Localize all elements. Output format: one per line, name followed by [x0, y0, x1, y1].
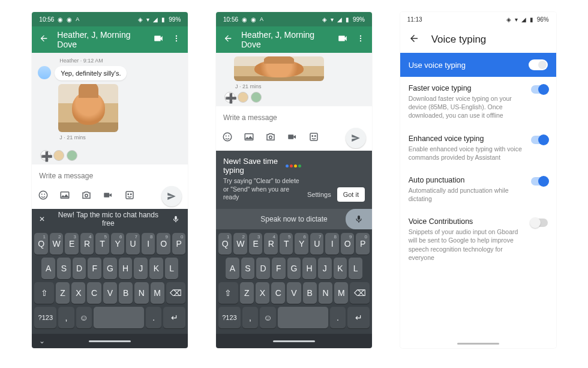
key[interactable]: G — [103, 258, 117, 279]
key[interactable]: U7 — [126, 233, 140, 255]
numbers-key[interactable]: ?123 — [218, 307, 241, 328]
chip-avatar-2[interactable] — [67, 150, 77, 161]
image-message[interactable] — [58, 84, 118, 132]
shift-key[interactable]: ⇧ — [218, 282, 238, 304]
compose-input[interactable]: Write a message — [222, 111, 366, 128]
chip-avatar-1[interactable] — [53, 150, 64, 161]
chip-avatar-2[interactable] — [251, 92, 262, 103]
chip-icon[interactable]: ➕ — [40, 150, 51, 161]
key[interactable]: X — [71, 282, 85, 304]
chat-body[interactable]: J · 21 mins ➕ — [216, 53, 372, 106]
toggle[interactable] — [531, 219, 548, 227]
banner-settings-link[interactable]: Settings — [307, 191, 331, 198]
reaction-chips[interactable]: ➕ — [40, 150, 182, 161]
gallery-icon[interactable] — [244, 131, 254, 145]
key[interactable]: K — [334, 258, 347, 279]
key[interactable]: Q1 — [34, 233, 48, 255]
toggle[interactable] — [531, 136, 548, 144]
key[interactable]: O9 — [341, 233, 355, 255]
toggle[interactable] — [531, 177, 548, 186]
enter-key[interactable]: ↵ — [347, 307, 370, 328]
close-icon[interactable]: ✕ — [32, 215, 52, 223]
key[interactable]: P0 — [356, 233, 370, 255]
key[interactable]: M — [334, 282, 348, 304]
emoji-icon[interactable] — [222, 131, 233, 145]
back-icon[interactable] — [409, 33, 419, 47]
period-key[interactable]: . — [146, 307, 161, 328]
space-key[interactable] — [278, 307, 328, 328]
key[interactable]: Z — [240, 282, 254, 304]
key[interactable]: T5 — [280, 233, 293, 255]
key[interactable]: I8 — [142, 233, 155, 255]
key[interactable]: L — [165, 258, 179, 279]
key[interactable]: T5 — [95, 233, 109, 255]
key[interactable]: Q1 — [218, 233, 232, 255]
key[interactable]: B — [119, 282, 133, 304]
sticker-icon[interactable] — [124, 190, 135, 203]
image-message[interactable] — [234, 56, 324, 81]
avatar[interactable] — [38, 66, 51, 79]
mic-button-active[interactable] — [346, 209, 372, 229]
key[interactable]: C — [271, 282, 285, 304]
key[interactable]: B — [303, 282, 317, 304]
chat-title[interactable]: Heather, J, Morning Dove — [241, 30, 329, 49]
nav-chevron-down-icon[interactable]: ⌄ — [39, 337, 45, 345]
reaction-chips[interactable]: ➕ — [224, 92, 366, 103]
key[interactable]: U7 — [310, 233, 324, 255]
key[interactable]: F — [88, 258, 101, 279]
home-indicator[interactable] — [89, 340, 131, 342]
chip-icon[interactable]: ➕ — [224, 92, 235, 103]
setting-row[interactable]: Auto punctuationAutomatically add punctu… — [400, 169, 556, 210]
key[interactable]: R4 — [80, 233, 94, 255]
key[interactable]: D — [73, 258, 86, 279]
key[interactable]: G — [287, 258, 301, 279]
back-icon[interactable] — [223, 34, 233, 46]
toggle-use-voice[interactable] — [529, 59, 548, 70]
key[interactable]: N — [319, 282, 332, 304]
key[interactable]: V — [103, 282, 117, 304]
key[interactable]: A — [226, 258, 239, 279]
key[interactable]: O9 — [157, 233, 170, 255]
send-button[interactable] — [346, 128, 366, 148]
key[interactable]: I8 — [325, 233, 339, 255]
emoji-key[interactable]: ☺ — [76, 307, 92, 328]
chat-title[interactable]: Heather, J, Morning Dove — [57, 30, 145, 49]
key[interactable]: K — [149, 258, 163, 279]
setting-row[interactable]: Faster voice typingDownload faster voice… — [400, 77, 556, 127]
backspace-key[interactable]: ⌫ — [166, 282, 186, 304]
key[interactable]: W2 — [50, 233, 64, 255]
backspace-key[interactable]: ⌫ — [350, 282, 370, 304]
shift-key[interactable]: ⇧ — [34, 282, 54, 304]
key[interactable]: L — [349, 258, 362, 279]
comma-key[interactable]: , — [58, 307, 74, 328]
video-icon[interactable] — [287, 131, 298, 145]
video-icon[interactable] — [103, 190, 113, 203]
key[interactable]: R4 — [264, 233, 278, 255]
space-key[interactable] — [94, 307, 144, 328]
key[interactable]: H — [119, 258, 133, 279]
compose-input[interactable]: Write a message — [38, 169, 182, 186]
key[interactable]: M — [151, 282, 164, 304]
comma-key[interactable]: , — [242, 307, 258, 328]
key[interactable]: S — [241, 258, 255, 279]
camera-icon[interactable] — [81, 190, 92, 203]
sticker-icon[interactable] — [308, 131, 319, 145]
key[interactable]: S — [57, 258, 71, 279]
chip-avatar-1[interactable] — [238, 92, 248, 103]
setting-row[interactable]: Voice ContributionsSnippets of your audi… — [400, 210, 556, 269]
keyboard[interactable]: Q1W2E3R4T5Y6U7I8O9P0 ASDFGHJKL ⇧ Z X C V… — [32, 229, 188, 334]
key[interactable]: X — [256, 282, 269, 304]
home-indicator[interactable] — [273, 340, 315, 342]
emoji-key[interactable]: ☺ — [260, 307, 275, 328]
emoji-icon[interactable] — [38, 190, 49, 203]
key[interactable]: E3 — [65, 233, 79, 255]
key[interactable]: N — [134, 282, 148, 304]
video-call-icon[interactable] — [337, 33, 348, 46]
numbers-key[interactable]: ?123 — [34, 307, 56, 328]
key[interactable]: H — [302, 258, 316, 279]
key[interactable]: V — [287, 282, 301, 304]
overflow-icon[interactable] — [172, 34, 181, 45]
back-icon[interactable] — [39, 34, 49, 46]
period-key[interactable]: . — [330, 307, 346, 328]
gotit-button[interactable]: Got it — [337, 187, 365, 202]
